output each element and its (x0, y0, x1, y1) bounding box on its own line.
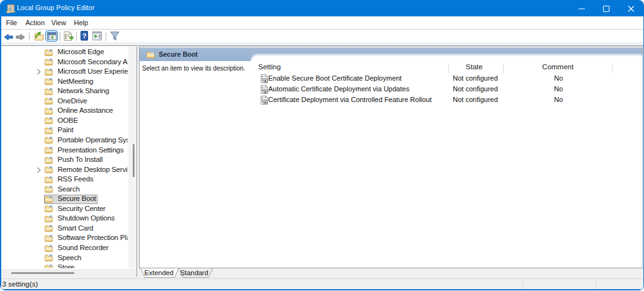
svg-text:?: ? (82, 32, 87, 40)
